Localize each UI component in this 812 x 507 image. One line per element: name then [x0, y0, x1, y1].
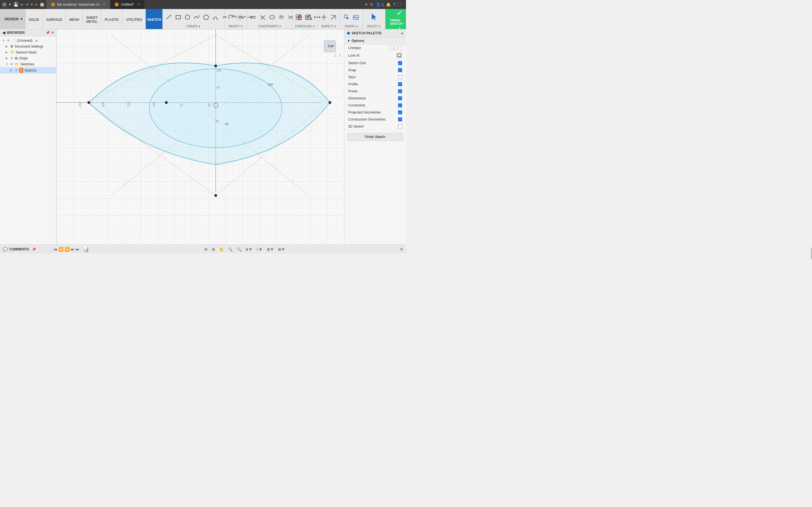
timeline-icon[interactable]: 📊 — [83, 246, 89, 252]
points-checkbox[interactable]: ✓ — [398, 89, 402, 93]
snap-checkbox[interactable]: ✓ — [398, 68, 402, 72]
user-icon[interactable]: 👤 1 — [376, 2, 384, 7]
play-back-button[interactable]: ⏪ — [59, 247, 63, 251]
redo-dropdown[interactable]: ▼ — [35, 3, 38, 6]
grid-tool[interactable]: ⊞▼ — [277, 246, 286, 252]
insert-image-tool[interactable] — [351, 11, 360, 23]
palette-row-projected-geo[interactable]: Projected Geometries ✓ — [344, 109, 406, 116]
file-menu-icon[interactable]: ▼ — [8, 3, 11, 6]
camera-tool[interactable]: ⚙ — [203, 246, 209, 252]
comments-pin-icon[interactable]: 📌 — [32, 247, 36, 251]
display-mode-tool[interactable]: □▼ — [255, 246, 263, 252]
sketch-grid-checkbox[interactable]: ✓ — [398, 61, 402, 65]
viewport[interactable]: -50 100 -250 -200 -150 -100 -50 -50 100 … — [56, 29, 344, 244]
inspect-2-tool[interactable] — [329, 11, 338, 23]
palette-expand-icon[interactable]: » — [401, 31, 403, 36]
fillet-tool[interactable] — [226, 11, 236, 23]
lookat-button[interactable] — [396, 53, 402, 58]
palette-row-points[interactable]: Points ✓ — [344, 88, 406, 95]
line-tool[interactable] — [164, 11, 173, 23]
named-views-arrow[interactable]: ▶ — [6, 51, 9, 54]
sidebar-pin-icon[interactable]: 📌 — [46, 31, 50, 35]
display-tool[interactable]: ⊞ — [211, 246, 216, 252]
sketches-visibility-icon[interactable]: 👁 — [10, 62, 13, 66]
zoom-out-tool[interactable]: 🔍 — [227, 246, 234, 252]
finish-sketch-button[interactable]: ✓ FINISH SKETCH ▼ — [386, 9, 406, 29]
tree-item-doc-settings[interactable]: ▶ ⚙ Document Settings — [0, 43, 56, 49]
inspect-label[interactable]: INSPECT ▼ — [318, 24, 340, 29]
sketch1-visibility-icon[interactable]: 👁 — [15, 68, 18, 72]
projected-geo-checkbox[interactable]: ✓ — [398, 110, 402, 114]
profile-checkbox[interactable]: ✓ — [398, 82, 402, 86]
solid-button[interactable]: SOLID — [27, 17, 41, 22]
inspect-tool[interactable] — [319, 11, 328, 23]
circle-tool[interactable] — [183, 11, 192, 23]
constraint-parallel[interactable] — [249, 11, 258, 23]
palette-row-profile[interactable]: Profile ✓ — [344, 81, 406, 88]
3d-sketch-checkbox[interactable] — [398, 124, 402, 128]
play-skip-button[interactable]: ⏭ — [70, 247, 74, 251]
insert-tool[interactable] — [342, 11, 351, 23]
notification-icon[interactable]: 🔔 — [386, 2, 391, 7]
palette-row-linetype[interactable]: Linetype ◁ — [344, 45, 406, 52]
sketch-button[interactable]: SKETCH — [146, 17, 163, 22]
constraint-perp[interactable] — [258, 11, 267, 23]
tree-item-origin[interactable]: ▶ 👁 ⊕ Origin — [0, 55, 56, 61]
mirror-tool[interactable] — [236, 11, 245, 23]
unsaved-expand-arrow[interactable]: ▼ — [2, 39, 6, 42]
palette-row-lookat[interactable]: Look At — [344, 52, 406, 60]
unsaved-visibility-icon[interactable]: 👁 — [7, 39, 10, 43]
configure-label[interactable]: CONFIGURE ▼ — [292, 24, 317, 29]
surface-button[interactable]: SURFACE — [45, 17, 64, 22]
tab-lampshade[interactable]: fab academy- lampshade v1 ✕ — [47, 0, 110, 9]
zoom-in-tool[interactable]: 🔍 — [236, 246, 242, 252]
palette-row-snap[interactable]: Snap ✓ — [344, 67, 406, 74]
palette-section-options[interactable]: ▼ Options — [344, 38, 406, 45]
create-label[interactable]: CREATE ▼ — [163, 24, 224, 29]
origin-visibility-icon[interactable]: 👁 — [10, 56, 13, 60]
configure-table[interactable] — [303, 11, 312, 23]
redo-button[interactable]: ↪ — [26, 2, 29, 7]
construction-geo-checkbox[interactable]: ✓ — [398, 117, 402, 121]
palette-finish-sketch-button[interactable]: Finish Sketch — [347, 133, 403, 141]
rect-tool[interactable] — [174, 11, 183, 23]
polygon-tool[interactable] — [202, 11, 211, 23]
constraint-ellipse[interactable] — [267, 11, 276, 23]
undo-button[interactable]: ↩ — [20, 2, 24, 7]
tree-item-unsaved[interactable]: ▼ 👁 📄 (Unsaved) ☁ — [0, 38, 56, 43]
linetype-preview[interactable]: ◁ — [390, 46, 397, 50]
save-button[interactable]: 💾 — [13, 2, 18, 7]
palette-row-slice[interactable]: Slice — [344, 74, 406, 81]
select-tool[interactable] — [369, 11, 379, 23]
configure-grid[interactable] — [294, 11, 303, 23]
dimensions-checkbox[interactable]: ✓ — [398, 96, 402, 100]
linetype-color[interactable] — [398, 46, 402, 50]
sketches-arrow[interactable]: ▼ — [6, 62, 9, 66]
visual-style-tool[interactable]: ⊞▼ — [266, 246, 275, 252]
refresh-button[interactable]: ↻ — [370, 2, 373, 7]
help-icon[interactable]: ? — [393, 2, 395, 7]
constraint-equal[interactable] — [277, 11, 286, 23]
tab-untitled-close[interactable]: ✕ — [137, 3, 140, 6]
plastic-button[interactable]: PLASTIC — [103, 17, 121, 22]
select-label[interactable]: SELECT ▼ — [363, 24, 385, 29]
sidebar-collapse-icon[interactable]: ◀ — [2, 31, 5, 35]
tree-item-sketches[interactable]: ▼ 👁 📁 Sketches — [0, 61, 56, 67]
tree-item-sketch1[interactable]: ▶ 👁 S Sketch1 — [0, 67, 56, 73]
arc-tool[interactable] — [211, 11, 220, 23]
palette-row-dimensions[interactable]: Dimensions ✓ — [344, 95, 406, 102]
spline-tool[interactable] — [192, 11, 201, 23]
palette-row-3d-sketch[interactable]: 3D Sketch — [344, 123, 406, 130]
comments-section[interactable]: 💬 COMMENTS 📌 — [0, 245, 51, 253]
view-cube[interactable]: TOP Y Z X — [319, 35, 341, 57]
modify-label[interactable]: MODIFY ▼ — [225, 24, 247, 29]
new-tab-button[interactable]: + — [365, 2, 368, 8]
constraints-checkbox[interactable]: ✓ — [398, 103, 402, 107]
utilities-button[interactable]: UTILITIES — [124, 17, 144, 22]
constraints-label[interactable]: CONSTRAINTS ▼ — [247, 24, 292, 29]
zoom-fit-tool[interactable]: ⊕▼ — [245, 246, 253, 252]
home-button[interactable]: 🏠 — [40, 2, 45, 7]
orbit-tool[interactable]: ✋ — [218, 246, 225, 252]
palette-row-sketch-grid[interactable]: Sketch Grid ✓ — [344, 60, 406, 67]
settings-button[interactable]: ⚙ — [397, 247, 406, 251]
